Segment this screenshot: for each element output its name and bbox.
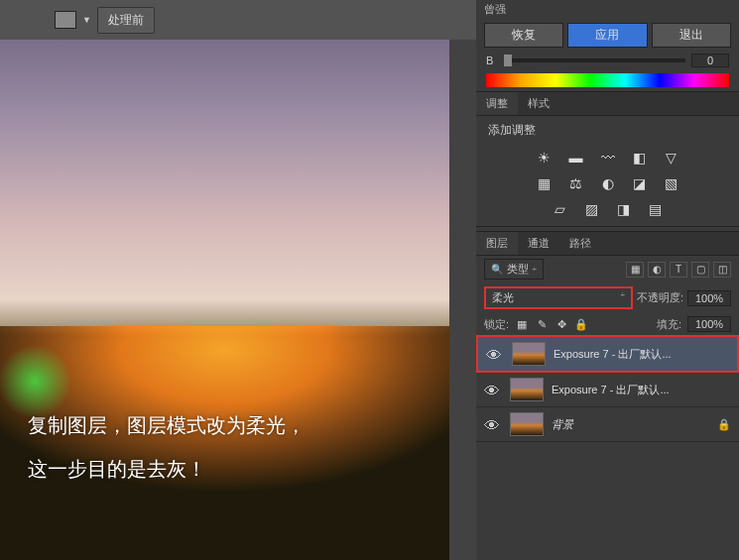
tab-adjust[interactable]: 调整 [476,92,518,115]
filter-type-dropdown[interactable]: 🔍类型÷ [484,259,544,280]
fill-label: 填充: [657,317,681,332]
opacity-value[interactable]: 100% [687,290,731,306]
lock-pixels-icon[interactable]: ✎ [535,317,549,331]
filter-shape-icon[interactable]: ▢ [691,262,709,278]
levels-icon[interactable]: ▬ [565,149,587,167]
visibility-icon[interactable]: 👁 [484,383,502,396]
hue-icon[interactable]: ▦ [534,174,555,192]
lock-label: 锁定: [484,317,509,332]
visibility-icon[interactable]: 👁 [484,417,502,431]
enhance-label: 曾强 [476,0,739,19]
b-value[interactable]: 0 [691,54,729,67]
tab-layers[interactable]: 图层 [476,232,518,255]
action-buttons: 恢复 应用 退出 [476,19,739,52]
photo-filter-icon[interactable]: ◪ [629,174,651,192]
bw-icon[interactable]: ◐ [597,174,619,192]
invert-icon[interactable]: ▱ [550,200,571,218]
apply-button[interactable]: 应用 [567,23,647,48]
tab-styles[interactable]: 样式 [518,92,559,115]
lock-badge-icon: 🔒 [717,418,731,431]
layer-item-1[interactable]: 👁 Exposure 7 - 出厂默认... [476,373,739,407]
layer-item-0[interactable]: 👁 Exposure 7 - 出厂默认... [476,335,739,373]
before-button[interactable]: 处理前 [97,7,155,34]
layer-filter-row: 🔍类型÷ ▦ ◐ T ▢ ◫ [476,256,739,282]
layers-list: 👁 Exposure 7 - 出厂默认... 👁 Exposure 7 - 出厂… [476,335,739,560]
divider [476,226,739,227]
layers-tabs: 图层 通道 路径 [476,231,739,256]
lock-transparent-icon[interactable]: ▦ [515,317,529,331]
canvas-caption: 复制图层，图层模式改为柔光， 这一步目的是去灰！ [28,403,306,491]
b-slider[interactable] [504,58,685,62]
top-toolbar: ▼ 处理前 [0,0,476,40]
filter-adjust-icon[interactable]: ◐ [648,262,666,278]
b-slider-thumb[interactable] [504,55,512,66]
layer-name[interactable]: Exposure 7 - 出厂默认... [552,383,731,397]
image-canvas[interactable]: 复制图层，图层模式改为柔光， 这一步目的是去灰！ [0,40,449,560]
filter-type-icon[interactable]: T [670,262,687,278]
threshold-icon[interactable]: ◨ [613,200,635,218]
adjust-tabs: 调整 样式 [476,91,739,116]
gradient-map-icon[interactable]: ▤ [645,200,667,218]
tab-channels[interactable]: 通道 [518,232,559,255]
posterize-icon[interactable]: ▨ [581,200,603,218]
vibrance-icon[interactable]: ▽ [661,149,682,167]
exposure-icon[interactable]: ◧ [629,149,651,167]
opacity-label: 不透明度: [637,290,683,305]
restore-button[interactable]: 恢复 [484,23,563,48]
layer-item-2[interactable]: 👁 背景 🔒 [476,407,739,442]
lock-position-icon[interactable]: ✥ [554,317,568,331]
filter-smart-icon[interactable]: ◫ [713,262,731,278]
balance-icon[interactable]: ⚖ [565,174,587,192]
curves-icon[interactable]: 〰 [597,149,619,167]
add-adjust-title: 添加调整 [476,116,739,145]
visibility-icon[interactable]: 👁 [486,347,504,361]
fill-value[interactable]: 100% [687,316,731,332]
layer-thumbnail[interactable] [510,378,544,401]
lock-row: 锁定: ▦ ✎ ✥ 🔒 填充: 100% [476,313,739,335]
channel-mix-icon[interactable]: ▧ [661,174,682,192]
b-slider-row: B 0 [476,52,739,69]
adjust-icons-row3: ▱ ▨ ◨ ▤ [476,196,739,222]
filter-pixel-icon[interactable]: ▦ [626,262,644,278]
exit-button[interactable]: 退出 [652,23,731,48]
blend-mode-row: 柔光÷ 不透明度: 100% [476,282,739,313]
adjust-icons-row2: ▦ ⚖ ◐ ◪ ▧ [476,170,739,196]
layer-thumbnail[interactable] [512,342,546,366]
color-spectrum[interactable] [486,73,729,87]
layer-thumbnail[interactable] [510,412,544,436]
color-swatch[interactable] [55,11,76,29]
tab-paths[interactable]: 路径 [559,232,601,255]
layer-name[interactable]: 背景 [552,417,709,432]
blend-mode-dropdown[interactable]: 柔光÷ [484,286,633,309]
lock-all-icon[interactable]: 🔒 [574,317,588,331]
b-label: B [486,55,498,66]
brightness-icon[interactable]: ☀ [534,149,555,167]
dropdown-arrow[interactable]: ▼ [82,15,91,25]
adjust-icons-row1: ☀ ▬ 〰 ◧ ▽ [476,145,739,170]
layer-name[interactable]: Exposure 7 - 出厂默认... [554,347,729,362]
